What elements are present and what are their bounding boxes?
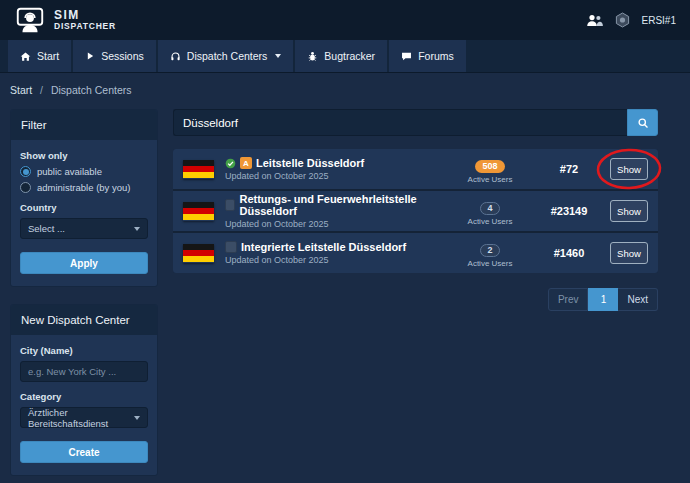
dispatch-center-id: #23149 (539, 205, 599, 217)
headset-icon (170, 51, 181, 62)
germany-flag (183, 244, 214, 263)
breadcrumb: Start / Dispatch Centers (0, 73, 690, 105)
create-button[interactable]: Create (20, 441, 148, 463)
pagination-prev[interactable]: Prev (548, 288, 589, 311)
dispatch-center-id: #72 (539, 163, 599, 175)
row-main: A Leitstelle Düsseldorf Updated on Octob… (225, 157, 441, 181)
nav-item-dispatch-centers[interactable]: Dispatch Centers (158, 40, 294, 72)
radio-public-label: public available (37, 166, 102, 177)
profile-badge-icon[interactable] (615, 12, 630, 28)
verified-check-icon (225, 158, 236, 169)
country-label: Country (20, 202, 148, 213)
active-users-label: Active Users (452, 175, 528, 184)
play-icon (85, 51, 95, 61)
updated-date: Updated on October 2025 (225, 171, 441, 181)
category-label: Category (20, 391, 148, 402)
unverified-badge-icon (225, 199, 235, 211)
pagination-next[interactable]: Next (618, 288, 658, 311)
bug-icon (307, 51, 318, 62)
active-users-col: 4 Active Users (452, 197, 528, 226)
nav-item-bugtracker[interactable]: Bugtracker (295, 40, 387, 72)
header-right: ERSI#1 (586, 12, 676, 28)
home-icon (20, 51, 31, 62)
show-button-wrap: Show (610, 242, 648, 264)
nav-item-start[interactable]: Start (8, 40, 71, 72)
unverified-badge-icon (225, 241, 237, 253)
dispatch-center-row: Integrierte Leitstelle Düsseldorf Update… (173, 233, 658, 273)
updated-date: Updated on October 2025 (225, 219, 441, 229)
dispatch-center-name[interactable]: Leitstelle Düsseldorf (256, 157, 364, 169)
show-only-label: Show only (20, 150, 148, 161)
brand-line-1: SIM (54, 9, 116, 22)
active-users-label: Active Users (452, 217, 528, 226)
show-button-wrap: Show (610, 158, 648, 180)
show-button[interactable]: Show (610, 158, 648, 180)
active-users-col: 508 Active Users (452, 155, 528, 184)
nav-item-sessions[interactable]: Sessions (73, 40, 156, 72)
pagination-page-1[interactable]: 1 (588, 288, 618, 311)
main-area: A Leitstelle Düsseldorf Updated on Octob… (173, 109, 680, 311)
dispatch-center-name[interactable]: Integrierte Leitstelle Düsseldorf (241, 241, 406, 253)
pagination: Prev 1 Next (173, 288, 658, 311)
app-header: SIM DISPATCHER ERSI#1 (0, 0, 690, 40)
active-users-label: Active Users (452, 259, 528, 268)
row-main: Rettungs- und Feuerwehrleitstelle Düssel… (225, 193, 441, 229)
dispatch-center-id: #1460 (539, 247, 599, 259)
radio-administrable-label: administrable (by you) (37, 182, 130, 193)
active-users-badge: 4 (480, 202, 499, 215)
apply-button[interactable]: Apply (20, 252, 148, 274)
show-button[interactable]: Show (610, 242, 648, 264)
dispatch-center-name[interactable]: Rettungs- und Feuerwehrleitstelle Düssel… (239, 193, 441, 217)
nav-label-dispatch-centers: Dispatch Centers (187, 50, 268, 62)
chevron-down-icon (275, 54, 281, 58)
category-select-value: Ärztlicher Bereitschaftsdienst (28, 407, 134, 429)
sidebar: Filter Show only public available admini… (10, 109, 158, 476)
filter-panel: Filter Show only public available admini… (10, 109, 158, 287)
country-select[interactable]: Select ... (20, 218, 148, 239)
filter-panel-title: Filter (11, 110, 157, 140)
nav-label-start: Start (37, 50, 59, 62)
chevron-down-icon (134, 227, 140, 231)
brand-line-2: DISPATCHER (54, 22, 116, 31)
dispatch-center-row: A Leitstelle Düsseldorf Updated on Octob… (173, 149, 658, 189)
nav-label-sessions: Sessions (101, 50, 144, 62)
radio-row-public: public available (20, 166, 148, 177)
germany-flag (183, 160, 214, 179)
dispatcher-logo-icon (14, 7, 46, 33)
dispatch-center-row: Rettungs- und Feuerwehrleitstelle Düssel… (173, 191, 658, 231)
radio-administrable[interactable] (20, 182, 31, 193)
germany-flag (183, 202, 214, 221)
nav-label-bugtracker: Bugtracker (324, 50, 375, 62)
username[interactable]: ERSI#1 (642, 15, 676, 26)
breadcrumb-separator: / (40, 84, 43, 96)
city-name-label: City (Name) (20, 345, 148, 356)
city-name-input[interactable] (20, 361, 148, 382)
updated-date: Updated on October 2025 (225, 255, 441, 265)
users-icon[interactable] (586, 14, 603, 27)
new-dispatch-center-title: New Dispatch Center (11, 305, 157, 335)
category-select[interactable]: Ärztlicher Bereitschaftsdienst (20, 407, 148, 428)
search-icon (637, 117, 649, 129)
row-main: Integrierte Leitstelle Düsseldorf Update… (225, 241, 441, 265)
breadcrumb-start[interactable]: Start (10, 84, 32, 96)
nav-label-forums: Forums (418, 50, 454, 62)
show-button[interactable]: Show (610, 200, 648, 222)
breadcrumb-current: Dispatch Centers (51, 84, 132, 96)
show-button-wrap: Show (610, 200, 648, 222)
nav-item-forums[interactable]: Forums (389, 40, 466, 72)
main-nav: Start Sessions Dispatch Centers Bugtrack… (0, 40, 690, 73)
search-bar (173, 109, 658, 136)
new-dispatch-center-panel: New Dispatch Center City (Name) Category… (10, 304, 158, 476)
grade-badge: A (240, 157, 252, 169)
active-users-badge: 2 (480, 244, 499, 257)
radio-public-available[interactable] (20, 166, 31, 177)
search-button[interactable] (627, 109, 658, 136)
search-input[interactable] (173, 109, 627, 136)
results-list: A Leitstelle Düsseldorf Updated on Octob… (173, 149, 658, 273)
filter-panel-body: Show only public available administrable… (11, 140, 157, 286)
page-content: Filter Show only public available admini… (0, 105, 690, 476)
active-users-badge: 508 (475, 160, 504, 173)
country-select-value: Select ... (28, 223, 65, 234)
comments-icon (401, 51, 412, 62)
brand[interactable]: SIM DISPATCHER (14, 7, 116, 33)
